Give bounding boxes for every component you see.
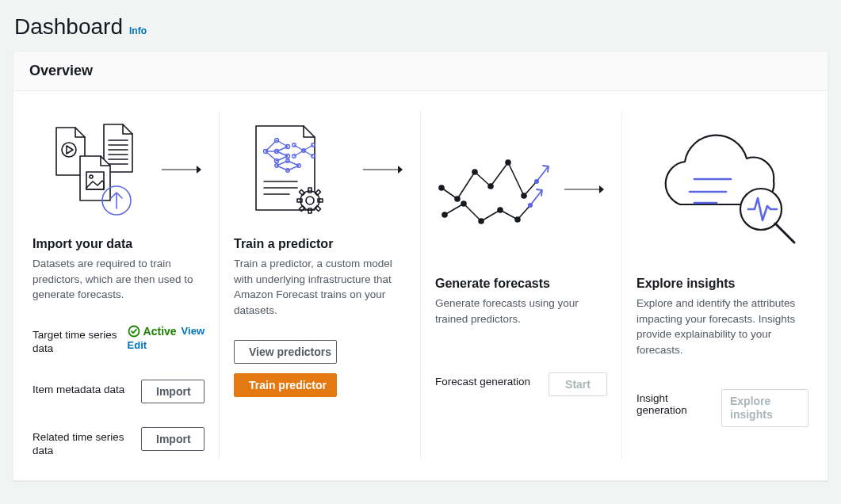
forecast-generation-row: Forecast generation Start [435,372,607,396]
info-link[interactable]: Info [129,25,147,36]
svg-line-35 [277,140,288,147]
view-link[interactable]: View [182,325,205,337]
svg-line-47 [304,151,313,156]
target-time-series-row: Target time series data Active View [32,325,205,356]
svg-rect-24 [315,189,320,195]
svg-point-66 [498,208,503,212]
target-label: Target time series data [32,325,120,356]
forecast-generation-label: Forecast generation [435,372,541,388]
train-step-title: Train a predictor [234,237,406,251]
svg-rect-23 [315,205,320,211]
arrow-icon [563,184,607,195]
explore-insights-icon [636,130,809,249]
svg-point-57 [439,185,444,190]
svg-point-60 [488,184,493,189]
svg-line-46 [304,145,313,151]
item-metadata-label: Item metadata data [32,380,133,397]
import-related-button[interactable]: Import [141,427,205,451]
overview-panel: Overview [13,51,828,481]
svg-line-68 [537,167,548,181]
insights-step-desc: Explore and identify the attributes impa… [636,296,809,357]
svg-point-6 [62,143,76,157]
svg-line-37 [277,151,288,156]
svg-rect-22 [299,189,304,195]
svg-point-59 [472,170,477,174]
related-label: Related time series data [32,427,133,458]
step-train: Train a predictor Train a predictor, a c… [219,110,420,458]
svg-point-69 [534,179,539,184]
svg-line-44 [294,145,304,151]
page-header: Dashboard Info [13,14,828,40]
import-item-metadata-button[interactable]: Import [141,380,205,403]
svg-line-55 [288,166,299,170]
train-step-desc: Train a predictor, a custom model with u… [234,256,406,318]
svg-line-53 [277,166,288,170]
import-data-icon [32,118,160,221]
overview-body: Import your data Datasets are required t… [13,91,828,480]
step-import: Import your data Datasets are required t… [29,110,219,458]
svg-point-64 [461,201,466,206]
overview-panel-header: Overview [13,52,828,91]
svg-point-58 [455,197,460,201]
edit-link[interactable]: Edit [128,339,147,351]
forecast-step-desc: Generate forecasts using your trained pr… [435,296,607,326]
train-predictor-button[interactable]: Train predictor [234,373,337,397]
item-metadata-row: Item metadata data Import [32,380,205,403]
train-predictor-icon [234,118,361,221]
start-forecast-button[interactable]: Start [549,372,607,396]
overview-title: Overview [29,63,812,79]
explore-insights-button[interactable]: Explore insights [721,389,809,427]
svg-line-45 [294,151,304,156]
step-insights: Explore insights Explore and identify th… [621,110,812,458]
svg-point-61 [506,160,510,165]
status-text: Active [143,325,177,338]
svg-point-63 [442,212,447,217]
import-step-desc: Datasets are required to train predictor… [32,256,205,303]
svg-point-62 [522,193,526,198]
forecast-step-title: Generate forecasts [435,277,607,291]
svg-point-65 [479,219,484,223]
step-forecast: Generate forecasts Generate forecasts us… [420,110,621,458]
svg-line-74 [775,223,794,242]
status-active-badge: Active [128,325,177,338]
svg-line-54 [288,161,299,166]
insights-step-title: Explore insights [636,277,809,291]
view-predictors-button[interactable]: View predictors [234,340,337,364]
related-time-series-row: Related time series data Import [32,427,205,458]
page-title: Dashboard [14,14,123,40]
svg-line-70 [530,191,541,205]
svg-point-67 [515,217,520,222]
arrow-icon [160,164,205,175]
check-circle-icon [128,325,140,338]
generate-forecasts-icon [435,142,563,237]
insight-generation-row: Insight generation Explore insights [636,389,809,427]
arrow-icon [361,164,406,175]
import-step-title: Import your data [32,237,205,251]
insight-generation-label: Insight generation [636,389,713,416]
svg-point-71 [528,203,533,208]
svg-line-36 [277,147,288,151]
